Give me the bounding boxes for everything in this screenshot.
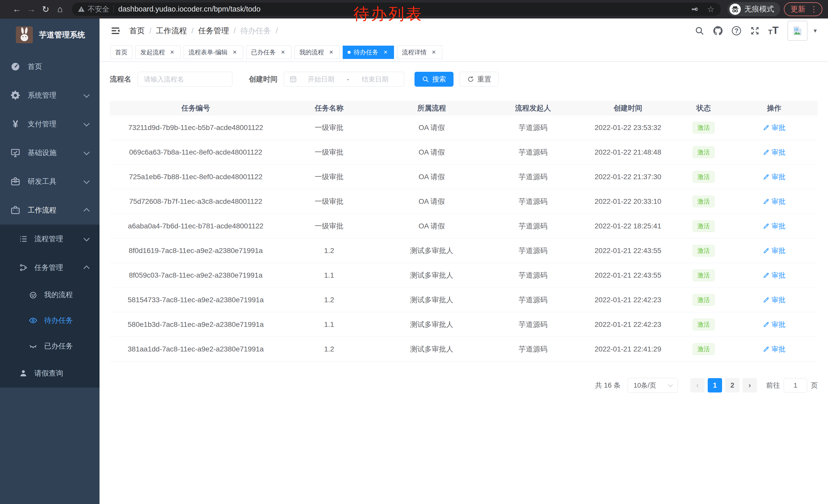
breadcrumb-label[interactable]: 任务管理: [198, 26, 229, 36]
chevron-down-icon: [83, 235, 89, 241]
task-name-cell: 1.2: [282, 238, 377, 263]
page-size-select[interactable]: 10条/页: [628, 378, 678, 393]
create-time-label: 创建时间: [249, 74, 278, 84]
search-icon[interactable]: [694, 26, 705, 36]
table-row: 8f0d1619-7ac8-11ec-a9e2-a2380e71991a 1.2…: [110, 238, 818, 263]
url-text[interactable]: dashboard.yudao.iocoder.cn/bpm/task/todo: [118, 5, 261, 13]
create-time-cell: 2022-01-21 22:43:55: [579, 238, 677, 263]
edit-icon: [763, 198, 770, 205]
sidebar-item-home[interactable]: 首页: [0, 52, 99, 81]
goto-page-input[interactable]: [784, 378, 807, 393]
avatar[interactable]: [787, 21, 808, 41]
tab[interactable]: 流程详情 ×: [397, 46, 442, 59]
column-header: 任务编号: [110, 101, 282, 116]
approve-link[interactable]: 审批: [763, 320, 785, 329]
page-button-1[interactable]: 1: [708, 378, 722, 393]
approve-link[interactable]: 审批: [763, 222, 785, 231]
avatar-caret-icon[interactable]: ▼: [813, 28, 818, 34]
next-page-button[interactable]: ›: [743, 378, 757, 393]
approve-link[interactable]: 审批: [763, 345, 785, 354]
approve-link[interactable]: 审批: [763, 271, 785, 280]
prev-page-button[interactable]: ‹: [690, 378, 705, 393]
process-name-input[interactable]: [137, 72, 233, 87]
browser-menu-dots-icon[interactable]: ⋮: [810, 5, 818, 13]
sidebar-item-todo-tasks[interactable]: 待办任务: [0, 308, 99, 333]
sidebar-item-done-tasks[interactable]: 已办任务: [0, 333, 99, 359]
security-warning-icon[interactable]: [78, 5, 85, 13]
process-cell: 测试多审批人: [377, 288, 487, 312]
create-time-cell: 2022-01-22 20:33:10: [579, 189, 677, 214]
reset-button[interactable]: 重置: [460, 72, 499, 87]
browser-back-icon[interactable]: ←: [10, 4, 24, 14]
breadcrumb-separator: /: [234, 27, 236, 35]
browser-update-button[interactable]: 更新 ⋮: [784, 2, 822, 16]
breadcrumb-label[interactable]: 工作流程: [156, 26, 187, 36]
breadcrumb-label[interactable]: 首页: [129, 26, 145, 36]
annotation-text: 待办列表: [354, 3, 423, 25]
start-date-placeholder[interactable]: 开始日期: [297, 75, 345, 84]
approve-link[interactable]: 审批: [763, 295, 785, 305]
approve-label: 审批: [772, 197, 785, 206]
process-cell: OA 请假: [377, 140, 487, 164]
page-button-2[interactable]: 2: [725, 378, 740, 393]
approve-link[interactable]: 审批: [763, 246, 785, 255]
search-button-icon: [422, 76, 429, 83]
sidebar-item-leave-query[interactable]: 请假查询: [0, 359, 99, 387]
task-name-cell: 一级审批: [282, 140, 377, 164]
sidebar-item-infra[interactable]: 基础设施: [0, 138, 99, 167]
sidebar-item-workflow[interactable]: 工作流程: [0, 196, 99, 225]
bookmark-star-icon[interactable]: ☆: [706, 5, 715, 13]
sidebar-item-my-process[interactable]: 我的流程: [0, 282, 99, 308]
sidebar-item-dev-tools[interactable]: 研发工具: [0, 167, 99, 196]
question-mark: ?: [732, 26, 741, 35]
breadcrumb-separator: /: [276, 27, 278, 35]
approve-link[interactable]: 审批: [763, 172, 785, 182]
tab-close-icon[interactable]: ×: [382, 49, 389, 56]
approve-link[interactable]: 审批: [763, 197, 785, 206]
tab-close-icon[interactable]: ×: [279, 49, 287, 56]
task-id-cell: 580e1b3d-7ac8-11ec-a9e2-a2380e71991a: [110, 312, 282, 336]
update-label[interactable]: 更新: [791, 4, 805, 14]
tab-close-icon[interactable]: ×: [430, 49, 437, 56]
app-logo[interactable]: 芋道管理系统: [0, 18, 99, 45]
help-icon[interactable]: ?: [731, 26, 742, 36]
browser-forward-icon[interactable]: →: [24, 4, 38, 14]
approve-link[interactable]: 审批: [763, 123, 785, 132]
github-icon[interactable]: [713, 26, 723, 36]
tab[interactable]: 发起流程 ×: [135, 46, 180, 59]
create-time-cell: 2022-01-22 21:37:30: [579, 165, 677, 189]
tab[interactable]: 流程表单-编辑 ×: [184, 46, 243, 59]
pagination: 共 16 条 10条/页 ‹ 1 2 › 前往 页: [110, 378, 818, 403]
sidebar-item-payment[interactable]: ¥ 支付管理: [0, 110, 99, 138]
search-button[interactable]: 搜索: [415, 72, 454, 87]
sidebar-item-process-mgmt[interactable]: 流程管理: [0, 225, 99, 253]
tab[interactable]: 我的流程 ×: [294, 46, 340, 59]
refresh-icon: [467, 76, 474, 83]
password-key-icon[interactable]: [691, 5, 700, 13]
tab-close-icon[interactable]: ×: [169, 49, 176, 56]
create-time-cell: 2022-01-22 23:53:32: [579, 116, 677, 140]
tab[interactable]: 待办任务 ×: [343, 46, 394, 59]
sidebar-collapse-icon[interactable]: [110, 26, 121, 36]
task-name-cell: 一级审批: [282, 189, 377, 214]
tab-close-icon[interactable]: ×: [231, 49, 238, 56]
tab-label: 流程详情: [402, 48, 426, 56]
breadcrumb-label[interactable]: 待办任务: [240, 26, 271, 36]
task-id-cell: 73211d9d-7b9b-11ec-b5b7-acde48001122: [110, 116, 282, 140]
tab[interactable]: 首页: [110, 46, 132, 59]
end-date-placeholder[interactable]: 结束日期: [351, 75, 399, 84]
browser-home-icon[interactable]: ⌂: [53, 4, 67, 14]
fullscreen-icon[interactable]: [749, 26, 760, 36]
approve-label: 审批: [772, 295, 785, 305]
browser-reload-icon[interactable]: ↻: [38, 4, 53, 14]
approve-link[interactable]: 审批: [763, 148, 785, 157]
process-cell: OA 请假: [377, 116, 487, 140]
sidebar-item-task-mgmt[interactable]: 任务管理: [0, 253, 99, 282]
tab[interactable]: 已办任务 ×: [246, 46, 291, 59]
date-range-picker[interactable]: 开始日期 - 结束日期: [284, 72, 404, 87]
security-label[interactable]: 不安全: [88, 4, 109, 14]
sidebar-item-system[interactable]: 系统管理: [0, 81, 99, 110]
tab-close-icon[interactable]: ×: [328, 49, 335, 56]
font-size-icon[interactable]: TT: [768, 26, 779, 36]
breadcrumb-item: 首页 /: [129, 26, 156, 36]
